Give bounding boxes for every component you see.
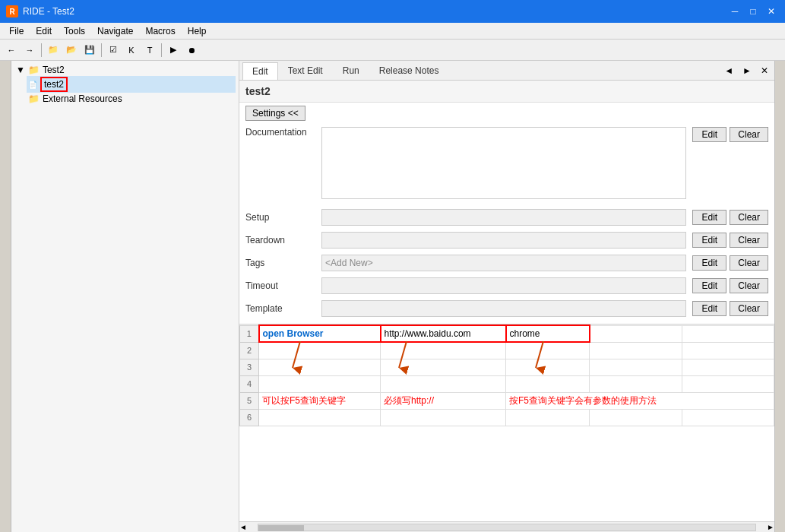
main-container: ▼ 📁 Test2 📄 test2 📁 External Resources xyxy=(0,61,785,532)
minimize-button[interactable]: ─ xyxy=(727,4,742,19)
cell-2-4[interactable] xyxy=(590,342,682,359)
cell-2-5[interactable] xyxy=(682,342,774,359)
cell-6-3[interactable] xyxy=(506,409,590,426)
timeout-label: Timeout xyxy=(245,280,321,291)
cell-3-2[interactable] xyxy=(381,359,506,375)
run-button[interactable]: ▶ xyxy=(165,42,182,59)
tab-next-button[interactable]: ► xyxy=(739,64,755,78)
maximize-button[interactable]: □ xyxy=(745,4,761,19)
template-edit-button[interactable]: Edit xyxy=(692,301,726,316)
settings-button[interactable]: Settings << xyxy=(245,106,305,121)
cell-1-3[interactable]: chrome xyxy=(506,325,590,342)
cell-4-5[interactable] xyxy=(682,375,774,392)
k-button[interactable]: K xyxy=(123,42,140,59)
titlebar-controls: ─ □ ✕ xyxy=(727,4,779,19)
cell-3-1[interactable] xyxy=(259,359,381,375)
menu-navigate[interactable]: Navigate xyxy=(91,24,139,38)
cell-4-3[interactable] xyxy=(506,375,590,392)
cell-2-2[interactable] xyxy=(381,342,506,359)
menu-edit[interactable]: Edit xyxy=(30,24,58,38)
cell-1-4[interactable] xyxy=(590,325,682,342)
scroll-left-btn[interactable]: ◄ xyxy=(239,523,247,531)
check-button[interactable]: ☑ xyxy=(105,42,122,59)
cell-5-annotation2: 必须写http:// xyxy=(381,392,506,409)
scroll-track[interactable] xyxy=(258,524,756,531)
timeout-buttons: Edit Clear xyxy=(692,278,768,293)
scroll-thumb[interactable] xyxy=(258,525,304,531)
grid-table: 1 open Browser http://www.baidu.com chro… xyxy=(239,325,774,426)
folder-icon-external: 📁 xyxy=(28,93,40,104)
cell-2-3[interactable] xyxy=(506,342,590,359)
template-buttons: Edit Clear xyxy=(692,301,768,316)
cell-4-1[interactable] xyxy=(259,375,381,392)
app-icon: R xyxy=(6,5,18,17)
cell-2-1[interactable] xyxy=(259,342,381,359)
teardown-buttons: Edit Clear xyxy=(692,233,768,248)
toolbar: ← → 📁 📂 💾 ☑ K T ▶ ⏺ xyxy=(0,40,785,61)
cell-6-2[interactable] xyxy=(381,409,506,426)
cell-3-4[interactable] xyxy=(590,359,682,375)
menu-macros[interactable]: Macros xyxy=(139,24,181,38)
table-row: 3 xyxy=(240,359,774,375)
scroll-right-btn[interactable]: ► xyxy=(767,523,774,531)
documentation-label: Documentation xyxy=(245,127,321,138)
template-clear-button[interactable]: Clear xyxy=(730,301,768,316)
cell-6-1[interactable] xyxy=(259,409,381,426)
tree-item-test2[interactable]: 📄 test2 xyxy=(27,76,236,93)
cell-6-5[interactable] xyxy=(682,409,774,426)
open-button[interactable]: 📂 xyxy=(63,42,80,59)
tab-release-notes[interactable]: Release Notes xyxy=(369,62,449,79)
timeout-edit-button[interactable]: Edit xyxy=(692,278,726,293)
cell-6-4[interactable] xyxy=(590,409,682,426)
tags-buttons: Edit Clear xyxy=(692,255,768,271)
setup-input[interactable] xyxy=(321,209,686,226)
tags-clear-button[interactable]: Clear xyxy=(730,255,768,271)
horizontal-scrollbar[interactable]: ◄ ► xyxy=(239,521,774,532)
tags-input[interactable]: <Add New> xyxy=(321,255,686,271)
tab-text-edit[interactable]: Text Edit xyxy=(278,62,333,79)
cell-1-5[interactable] xyxy=(682,325,774,342)
left-sidebar-icons xyxy=(0,61,11,532)
tags-edit-button[interactable]: Edit xyxy=(692,255,726,271)
documentation-edit-button[interactable]: Edit xyxy=(692,127,726,142)
tab-run[interactable]: Run xyxy=(333,62,369,79)
forward-button[interactable]: → xyxy=(21,42,38,59)
setup-edit-button[interactable]: Edit xyxy=(692,210,726,225)
tab-prev-button[interactable]: ◄ xyxy=(721,64,736,78)
teardown-edit-button[interactable]: Edit xyxy=(692,233,726,248)
t-button[interactable]: T xyxy=(141,42,158,59)
cell-3-3[interactable] xyxy=(506,359,590,375)
save-button[interactable]: 💾 xyxy=(81,42,98,59)
tab-edit[interactable]: Edit xyxy=(242,62,278,80)
cell-1-2[interactable]: http://www.baidu.com xyxy=(381,325,506,342)
tree-item-root[interactable]: ▼ 📁 Test2 xyxy=(14,64,236,76)
documentation-input[interactable] xyxy=(321,127,686,199)
record-button[interactable]: ⏺ xyxy=(183,42,200,59)
tree-indent-child: 📄 test2 xyxy=(27,76,236,93)
tab-menu-button[interactable]: ✕ xyxy=(758,64,771,78)
template-input[interactable] xyxy=(321,300,686,317)
back-button[interactable]: ← xyxy=(3,42,20,59)
timeout-input[interactable] xyxy=(321,277,686,294)
menu-tools[interactable]: Tools xyxy=(58,24,91,38)
setup-clear-button[interactable]: Clear xyxy=(730,210,768,225)
teardown-clear-button[interactable]: Clear xyxy=(730,233,768,248)
menu-file[interactable]: File xyxy=(3,24,30,38)
cell-4-4[interactable] xyxy=(590,375,682,392)
open-folder-button[interactable]: 📁 xyxy=(45,42,62,59)
table-row: 1 open Browser http://www.baidu.com chro… xyxy=(240,325,774,342)
content-title: test2 xyxy=(239,81,774,103)
timeout-clear-button[interactable]: Clear xyxy=(730,278,768,293)
menu-help[interactable]: Help xyxy=(182,24,213,38)
left-panel: ▼ 📁 Test2 📄 test2 📁 External Resources xyxy=(0,61,239,532)
cell-3-5[interactable] xyxy=(682,359,774,375)
documentation-section: Documentation Edit Clear xyxy=(245,127,768,199)
cell-4-2[interactable] xyxy=(381,375,506,392)
teardown-input[interactable] xyxy=(321,232,686,249)
template-row: Template Edit Clear xyxy=(245,298,768,319)
tree-item-external[interactable]: 📁 External Resources xyxy=(27,93,236,105)
table-row: 6 xyxy=(240,409,774,426)
close-button[interactable]: ✕ xyxy=(764,4,779,19)
documentation-clear-button[interactable]: Clear xyxy=(730,127,768,142)
cell-1-1[interactable]: open Browser xyxy=(259,325,381,342)
